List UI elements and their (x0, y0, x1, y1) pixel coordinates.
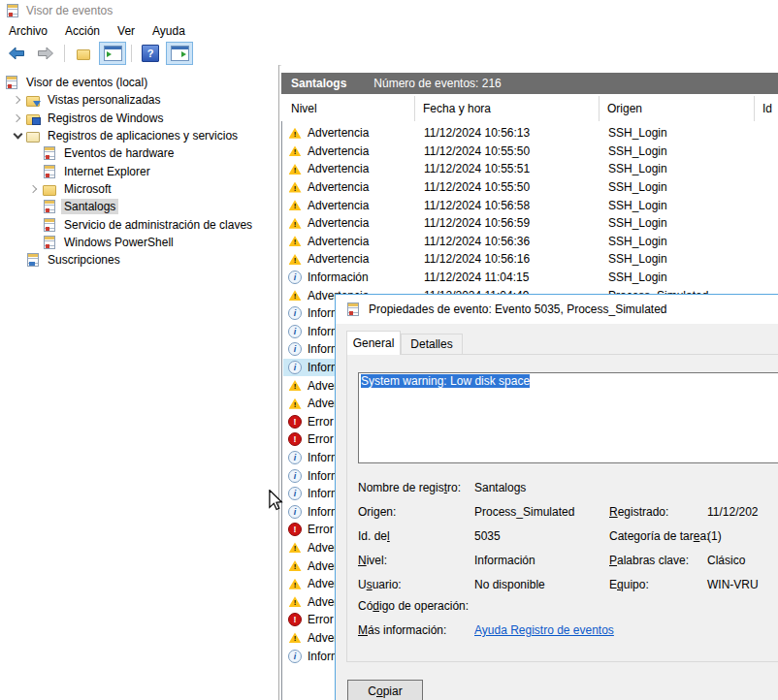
expander-open-icon[interactable] (10, 128, 25, 143)
level-icon-wrap (288, 200, 302, 210)
show-console-tree-button[interactable] (99, 42, 126, 65)
event-row[interactable]: Advertencia11/12/2024 10:56:59SSH_Login (283, 214, 778, 233)
event-row[interactable]: Advertencia11/12/2024 10:55:51SSH_Login (283, 160, 778, 178)
console-tree: Visor de eventos (local)Vistas personali… (0, 74, 278, 269)
level-icon-wrap: i (288, 342, 302, 356)
warning-icon (289, 398, 302, 409)
info-icon: i (288, 487, 302, 500)
apps-folder-icon (25, 128, 41, 143)
error-icon: ! (288, 432, 302, 446)
error-icon: ! (288, 523, 302, 536)
tree-item-internet-explorer[interactable]: Internet Explorer (0, 162, 278, 179)
expander-placeholder (26, 199, 42, 214)
event-row[interactable]: Advertencia11/12/2024 10:55:50SSH_Login (283, 178, 778, 197)
event-row[interactable]: Advertencia11/12/2024 10:55:50SSH_Login (283, 143, 778, 161)
menu-ayuda[interactable]: Ayuda (144, 22, 194, 40)
level-icon-wrap (288, 145, 302, 156)
warning-icon (289, 596, 302, 607)
level-icon-wrap: i (288, 451, 302, 464)
field-label: Nivel: (358, 554, 387, 567)
warning-icon (289, 182, 302, 193)
open-saved-log-button[interactable] (70, 42, 97, 65)
expander-closed-icon[interactable] (10, 92, 25, 108)
column-header-id[interactable]: Id (755, 96, 778, 121)
warning-icon (289, 290, 302, 301)
field-label: Categoría de tarea: (609, 529, 709, 543)
event-row[interactable]: Advertencia11/12/2024 10:56:58SSH_Login (283, 196, 778, 214)
event-origin: SSH_Login (600, 199, 778, 212)
level-icon-wrap (288, 290, 302, 301)
warning-icon (289, 380, 302, 391)
custom-views-icon (25, 92, 41, 108)
event-row[interactable]: Advertencia11/12/2024 10:56:36SSH_Login (283, 233, 778, 251)
show-action-pane-button[interactable] (166, 42, 193, 65)
subscriptions-icon (25, 252, 41, 268)
event-count-label: Número de eventos: 216 (373, 77, 501, 90)
tree-item-label: Suscripciones (45, 252, 123, 268)
level-icon-wrap: i (288, 505, 302, 519)
tree-item-suscripciones[interactable]: Suscripciones (0, 251, 278, 269)
log-name-label: Santalogs (291, 77, 346, 90)
back-button[interactable] (3, 42, 30, 65)
event-row[interactable]: iInformación11/12/2024 11:04:15SSH_Login (283, 269, 778, 287)
info-icon: i (288, 361, 302, 374)
tree-item-label: Internet Explorer (61, 164, 153, 179)
field-value: Santalogs (474, 481, 526, 494)
event-date: 11/12/2024 10:55:50 (416, 144, 600, 158)
events-panel-header: Santalogs Número de eventos: 216 (281, 73, 778, 94)
tree-item-servicio-de-administraci-n-de-claves[interactable]: Servicio de administración de claves (0, 215, 278, 233)
expander-closed-icon[interactable] (26, 181, 42, 197)
warning-icon (289, 218, 302, 229)
events-grid-header: Nivel Fecha y hora Origen Id (282, 96, 778, 122)
field-value: (1) (707, 529, 722, 543)
tree-item-label: Microsoft (61, 181, 114, 197)
tree-item-registros-de-windows[interactable]: Registros de Windows (0, 110, 278, 127)
level-icon-wrap (288, 236, 302, 246)
level-icon-wrap: ! (288, 415, 302, 429)
level-icon-wrap: ! (288, 523, 302, 536)
tree-item-visor-de-eventos-local[interactable]: Visor de eventos (local) (0, 74, 278, 91)
help-button[interactable]: ? (137, 42, 164, 65)
column-header-nivel[interactable]: Nivel (282, 96, 415, 121)
event-row[interactable]: Advertencia11/12/2024 10:56:16SSH_Login (283, 250, 778, 269)
event-row[interactable]: Advertencia11/12/2024 10:56:13SSH_Login (283, 124, 778, 143)
event-level: Advertencia (308, 216, 416, 230)
tree-item-microsoft[interactable]: Microsoft (0, 180, 278, 198)
expander-placeholder (26, 145, 42, 161)
field-label: Palabras clave: (609, 554, 689, 567)
expander-closed-icon[interactable] (10, 111, 25, 126)
expander-placeholder (26, 217, 42, 233)
tree-item-windows-powershell[interactable]: Windows PowerShell (0, 234, 278, 251)
log-icon (42, 145, 57, 161)
tree-item-vistas-personalizadas[interactable]: Vistas personalizadas (0, 91, 278, 109)
windows-logs-icon (25, 111, 41, 126)
column-header-origen[interactable]: Origen (600, 96, 755, 121)
tab-general[interactable]: General (346, 331, 401, 355)
column-header-fecha[interactable]: Fecha y hora (415, 96, 600, 121)
event-level: Advertencia (308, 162, 416, 175)
info-icon: i (288, 451, 302, 464)
event-log-help-link[interactable]: Ayuda Registro de eventos (474, 623, 614, 637)
tree-item-registros-de-aplicaciones-y-servicios[interactable]: Registros de aplicaciones y servicios (0, 127, 278, 144)
warning-icon (289, 200, 302, 210)
info-icon: i (288, 325, 302, 338)
menu-ver[interactable]: Ver (109, 22, 144, 40)
event-level: Advertencia (308, 180, 416, 194)
error-icon: ! (288, 613, 302, 626)
tree-item-eventos-de-hardware[interactable]: Eventos de hardware (0, 144, 278, 162)
titlebar: Visor de eventos (0, 0, 778, 21)
menu-archivo[interactable]: Archivo (0, 22, 56, 40)
event-date: 11/12/2024 10:55:50 (416, 180, 600, 194)
log-icon (42, 217, 57, 233)
event-date: 11/12/2024 10:56:59 (416, 216, 600, 230)
copy-button[interactable]: Copiar (347, 680, 423, 700)
info-icon: i (288, 469, 302, 483)
console-tree-icon (104, 46, 122, 61)
forward-button[interactable] (32, 42, 59, 65)
menu-accion[interactable]: Acción (56, 22, 109, 40)
tree-item-santalogs[interactable]: Santalogs (0, 198, 278, 215)
level-icon-wrap (288, 542, 302, 553)
field-label: Equipo: (609, 578, 649, 591)
tree-item-label: Windows PowerShell (61, 235, 177, 250)
toolbar-separator-2 (131, 45, 132, 62)
